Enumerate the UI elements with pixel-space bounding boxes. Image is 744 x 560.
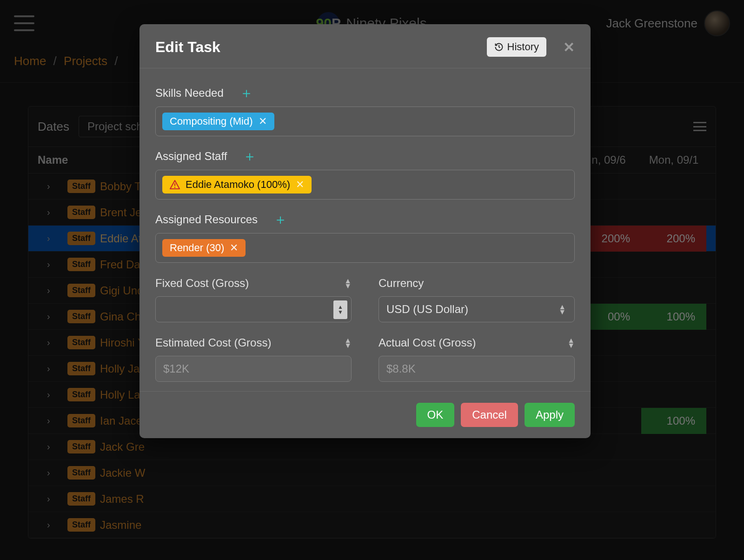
skills-chipbox[interactable]: Compositing (Mid) ✕ <box>155 107 575 136</box>
add-resource-button[interactable]: ＋ <box>273 213 287 227</box>
history-button[interactable]: History <box>487 37 546 57</box>
staff-chipbox[interactable]: Eddie Atamoko (100%) ✕ <box>155 170 575 200</box>
history-icon <box>494 42 504 52</box>
ok-button[interactable]: OK <box>416 403 455 427</box>
modal-title: Edit Task <box>155 39 220 56</box>
modal-header: Edit Task History ✕ <box>140 24 591 68</box>
remove-staff-icon[interactable]: ✕ <box>296 179 304 191</box>
estimated-cost-label: Estimated Cost (Gross) <box>155 336 271 349</box>
modal-footer: OK Cancel Apply <box>140 391 591 438</box>
actual-cost-display: $8.8K <box>379 356 575 382</box>
currency-select[interactable]: USD (US Dollar) ▲▼ <box>379 296 575 322</box>
chevron-updown-icon: ▲▼ <box>558 304 566 314</box>
resources-label: Assigned Resources ＋ <box>155 213 575 227</box>
edit-task-modal: Edit Task History ✕ Skills Needed ＋ Comp… <box>140 24 591 438</box>
estimated-cost-display: $12K <box>155 356 352 382</box>
staff-label: Assigned Staff ＋ <box>155 149 575 163</box>
warning-icon <box>170 180 180 189</box>
skill-chip: Compositing (Mid) ✕ <box>162 113 274 130</box>
add-staff-button[interactable]: ＋ <box>243 149 257 163</box>
svg-point-1 <box>174 187 176 188</box>
cancel-button[interactable]: Cancel <box>461 403 518 427</box>
sort-icon[interactable]: ▲▼ <box>344 278 352 288</box>
fixed-cost-label: Fixed Cost (Gross) <box>155 277 249 290</box>
sort-icon[interactable]: ▲▼ <box>344 338 352 348</box>
remove-skill-icon[interactable]: ✕ <box>259 115 267 127</box>
resources-chipbox[interactable]: Render (30) ✕ <box>155 233 575 263</box>
skills-label: Skills Needed ＋ <box>155 86 575 100</box>
sort-icon[interactable]: ▲▼ <box>567 338 575 348</box>
currency-label: Currency <box>379 277 424 290</box>
actual-cost-label: Actual Cost (Gross) <box>379 336 476 349</box>
fixed-cost-input[interactable]: ▲▼ <box>155 296 352 322</box>
add-skill-button[interactable]: ＋ <box>239 86 253 100</box>
close-icon[interactable]: ✕ <box>563 39 575 55</box>
staff-chip: Eddie Atamoko (100%) ✕ <box>162 176 312 193</box>
apply-button[interactable]: Apply <box>525 403 575 427</box>
quantity-stepper[interactable]: ▲▼ <box>333 300 347 319</box>
resource-chip: Render (30) ✕ <box>162 239 246 257</box>
remove-resource-icon[interactable]: ✕ <box>230 242 238 254</box>
